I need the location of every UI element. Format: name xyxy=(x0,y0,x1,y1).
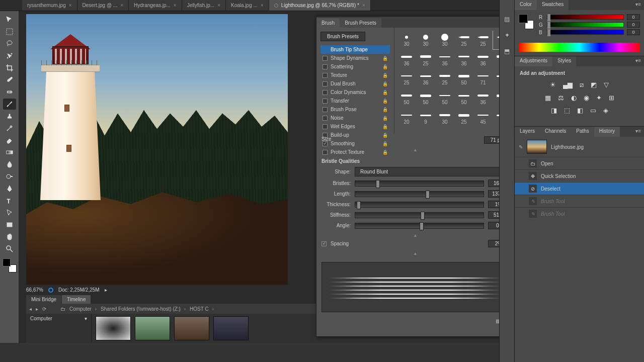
checkbox[interactable] xyxy=(323,150,328,155)
brush-preset[interactable]: 36 xyxy=(417,70,435,88)
brush-option[interactable]: Shape Dynamics🔒 xyxy=(320,54,390,62)
shape-select[interactable]: Round Blunt xyxy=(355,167,509,176)
color-tab[interactable]: Color xyxy=(515,0,537,10)
levels-icon[interactable]: ▄▆ xyxy=(563,81,573,89)
brush-option[interactable]: Noise🔒 xyxy=(320,114,390,122)
checkbox[interactable] xyxy=(323,73,328,78)
eraser-tool[interactable] xyxy=(3,135,16,146)
zoom-tool[interactable] xyxy=(3,243,16,254)
gradient-map-icon[interactable]: ▭ xyxy=(590,107,596,114)
brush-option[interactable]: Brush Tip Shape xyxy=(320,45,390,54)
threshold-icon[interactable]: ◧ xyxy=(577,107,583,114)
adjustments-tab[interactable]: Adjustments xyxy=(515,56,552,66)
bw-icon[interactable]: ◐ xyxy=(571,94,577,102)
brush-presets-tab[interactable]: Brush Presets xyxy=(340,18,381,28)
thumbnail[interactable] xyxy=(213,316,249,340)
zoom-level[interactable]: 66,67% xyxy=(26,287,43,293)
brush-preset[interactable]: 50 xyxy=(455,89,473,108)
back-icon[interactable]: ◂ xyxy=(29,306,32,312)
brush-presets-button[interactable]: Brush Presets xyxy=(320,32,365,41)
document-tab[interactable]: rysanthemum.jpg× xyxy=(22,0,77,11)
document-tab[interactable]: Jellyfish.jp...× xyxy=(182,0,226,11)
brush-preset[interactable]: 36 xyxy=(455,50,473,69)
brush-option[interactable]: Dual Brush🔒 xyxy=(320,79,390,88)
timeline-tab[interactable]: Timeline xyxy=(62,295,91,304)
lock-icon[interactable]: 🔒 xyxy=(382,116,388,121)
eyedropper-tool[interactable] xyxy=(3,74,16,85)
brush-preset[interactable]: 25 xyxy=(455,31,473,49)
document-tab[interactable]: Lighthouse.jpg @ 66,7% (RGB/8) *× xyxy=(269,0,371,11)
forward-icon[interactable]: ▸ xyxy=(36,306,38,312)
checkbox[interactable] xyxy=(323,64,328,69)
document-tab[interactable]: Koala.jpg ...× xyxy=(226,0,269,11)
brush-option[interactable]: Protect Texture🔒 xyxy=(320,148,390,156)
quick-selection-tool[interactable] xyxy=(3,50,16,61)
brush-preset[interactable]: 36 xyxy=(474,50,492,69)
breadcrumb[interactable]: Shared Folders (\\vmware-host) (Z:) xyxy=(101,306,186,312)
brush-option[interactable]: Texture🔒 xyxy=(320,71,390,79)
brush-preset[interactable]: 25 xyxy=(417,50,435,69)
panel-menu-icon[interactable]: ▾≡ xyxy=(632,56,644,66)
paths-tab[interactable]: Paths xyxy=(571,127,594,137)
close-icon[interactable]: × xyxy=(69,3,72,8)
lock-icon[interactable]: 🔒 xyxy=(382,56,388,61)
r-value[interactable]: 0 xyxy=(627,14,640,20)
clone-stamp-tool[interactable] xyxy=(3,111,16,122)
color-lookup-icon[interactable]: ⊞ xyxy=(609,94,614,102)
lasso-tool[interactable] xyxy=(3,38,16,49)
checkbox[interactable] xyxy=(323,56,328,61)
layers-tab[interactable]: Layers xyxy=(515,127,540,137)
brush-option[interactable]: Wet Edges🔒 xyxy=(320,122,390,131)
history-item[interactable]: ✥Quick Selection xyxy=(515,169,644,182)
brush-preset[interactable]: 25 xyxy=(455,109,473,127)
brush-preset[interactable]: 71 xyxy=(474,70,492,88)
type-tool[interactable]: T xyxy=(3,195,16,206)
slider[interactable] xyxy=(355,223,484,229)
g-value[interactable]: 0 xyxy=(627,22,640,28)
history-item[interactable]: 🗀Open xyxy=(515,157,644,169)
lock-icon[interactable]: 🔒 xyxy=(382,90,388,95)
lock-icon[interactable]: 🔒 xyxy=(382,64,388,69)
r-slider[interactable] xyxy=(547,15,624,20)
boomerang-icon[interactable]: ⟳ xyxy=(42,306,46,312)
checkbox[interactable] xyxy=(323,116,328,121)
vibrance-icon[interactable]: ▽ xyxy=(604,81,609,89)
lock-icon[interactable]: 🔒 xyxy=(382,99,388,104)
brush-option[interactable]: Scattering🔒 xyxy=(320,62,390,71)
brush-preset[interactable]: 30 xyxy=(397,31,416,49)
brush-option[interactable]: Transfer🔒 xyxy=(320,97,390,105)
lock-icon[interactable]: 🔒 xyxy=(382,150,388,155)
channel-mixer-icon[interactable]: ✦ xyxy=(596,94,602,102)
document-tab[interactable]: Desert.jpg @ ...× xyxy=(77,0,129,11)
swatches-tab[interactable]: Swatches xyxy=(537,0,569,10)
hue-icon[interactable]: ▦ xyxy=(545,94,551,102)
posterize-icon[interactable]: ⬚ xyxy=(564,107,570,114)
b-slider[interactable] xyxy=(547,30,624,35)
brush-preset[interactable]: 30 xyxy=(436,31,454,49)
panel-menu-icon[interactable]: ▾≡ xyxy=(632,0,644,10)
brush-preset[interactable]: 20 xyxy=(397,109,416,127)
brush-preset[interactable]: 36 xyxy=(397,50,416,69)
breadcrumb[interactable]: Computer xyxy=(69,306,97,312)
spacing-checkbox[interactable]: ✓ xyxy=(321,241,327,246)
lock-icon[interactable]: 🔒 xyxy=(382,81,388,86)
close-icon[interactable]: × xyxy=(261,3,264,8)
lock-icon[interactable]: 🔒 xyxy=(382,141,388,146)
brush-preset[interactable]: 50 xyxy=(436,89,454,108)
brush-preset[interactable]: 45 xyxy=(474,109,492,127)
g-slider[interactable] xyxy=(547,22,624,27)
hand-tool[interactable] xyxy=(3,231,16,242)
channels-tab[interactable]: Channels xyxy=(540,127,571,137)
brush-preset[interactable]: 9 xyxy=(417,109,435,127)
lock-icon[interactable]: 🔒 xyxy=(382,124,388,129)
close-icon[interactable]: × xyxy=(217,3,220,8)
brush-tool[interactable] xyxy=(3,99,16,110)
brightness-icon[interactable]: ☀ xyxy=(550,81,556,89)
checkbox[interactable] xyxy=(323,99,328,104)
path-selection-tool[interactable] xyxy=(3,207,16,218)
blur-tool[interactable] xyxy=(3,159,16,170)
mini-bridge-tab[interactable]: Mini Bridge xyxy=(26,295,61,304)
panel-icon[interactable]: ⬒ xyxy=(502,46,512,56)
close-icon[interactable]: × xyxy=(362,3,365,8)
invert-icon[interactable]: ◨ xyxy=(551,107,557,114)
